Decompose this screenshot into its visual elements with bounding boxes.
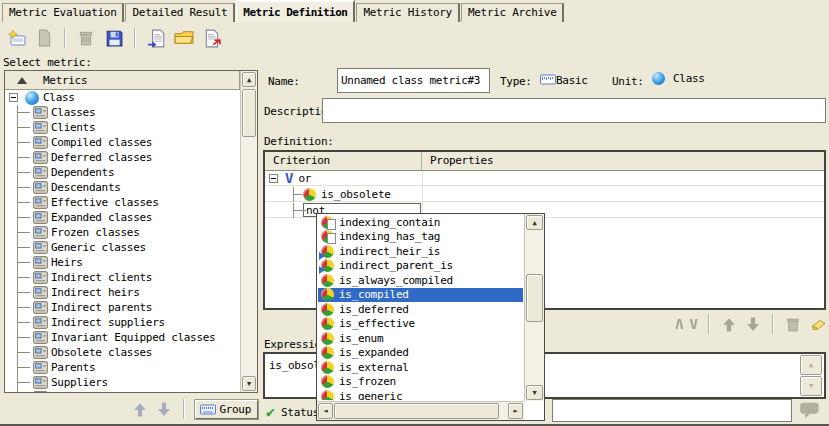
dropdown-scroll-thumb[interactable] (526, 274, 543, 322)
criterion-option[interactable]: is_deferred (318, 302, 523, 317)
collapse-icon[interactable] (9, 93, 18, 102)
scroll-up-icon[interactable]: ▲ (242, 72, 256, 87)
tab[interactable]: Detailed Result (125, 3, 235, 22)
tree-item[interactable]: Indirect heirs (5, 285, 240, 300)
tree-connector (13, 360, 33, 375)
import-metrics-icon[interactable] (144, 26, 168, 50)
name-label: Name: (268, 75, 300, 88)
spin-up-icon[interactable]: ▲ (800, 355, 822, 375)
tree-connector (13, 180, 33, 195)
dropdown-hscroll-thumb[interactable] (334, 403, 499, 419)
criterion-option[interactable]: is_external (318, 360, 523, 375)
criterion-icon (321, 245, 334, 258)
tree-connector (13, 330, 33, 345)
tree-item-label: Clients (51, 121, 95, 134)
group-icon (200, 403, 216, 416)
criterion-option[interactable]: is_compiled (318, 288, 523, 303)
tree-item[interactable]: Indirect parents (5, 300, 240, 315)
metric-icon (33, 241, 48, 254)
description-input[interactable] (322, 98, 826, 123)
dropdown-vertical-scrollbar[interactable]: ▲ ▼ (524, 214, 544, 401)
delete-criterion-icon (784, 316, 802, 333)
tree-item[interactable]: Descendants (5, 180, 240, 195)
tab[interactable]: Metric History (356, 3, 460, 22)
tree-item[interactable]: Dependents (5, 165, 240, 180)
tab[interactable]: Metric Definition (236, 0, 355, 22)
criterion-option[interactable]: is_frozen (318, 375, 523, 390)
criterion-option[interactable]: is_enum (318, 331, 523, 346)
tree-vertical-scrollbar[interactable]: ▲ ▼ (240, 71, 257, 392)
tree-item[interactable]: Frozen classes (5, 225, 240, 240)
tree-item[interactable]: Generic classes (5, 240, 240, 255)
tree-item[interactable]: Indirect clients (5, 270, 240, 285)
metric-icon (33, 286, 48, 299)
criterion-row-or[interactable]: V or (265, 171, 824, 186)
class-unit-icon (652, 72, 665, 85)
delete-metric-icon (74, 26, 98, 50)
spin-down-icon[interactable]: ▼ (800, 376, 822, 396)
scroll-down-icon[interactable]: ▼ (526, 385, 543, 400)
tree-item[interactable]: Suppliers (5, 375, 240, 390)
criterion-option[interactable]: indexing_contain (318, 215, 523, 230)
tree-item[interactable]: Deferred classes (5, 150, 240, 165)
tree-scroll-thumb[interactable] (242, 89, 256, 137)
collapse-icon[interactable] (269, 174, 278, 183)
definition-label: Definition: (264, 135, 334, 148)
tree-item-label: Dependents (51, 166, 114, 179)
metric-icon (33, 226, 48, 239)
tree-item[interactable]: Indirect suppliers (5, 315, 240, 330)
tree-connector (13, 390, 33, 392)
criterion-option[interactable]: is_always_compiled (318, 273, 523, 288)
tree-item[interactable]: Uncompiled classes (5, 390, 240, 392)
metric-tool-window: Metric Evaluation Detailed Result Metric… (0, 0, 829, 426)
criterion-option[interactable]: indirect_heir_is (318, 244, 523, 259)
criterion-icon (321, 346, 334, 359)
metric-icon (33, 196, 48, 209)
tree-item[interactable]: Classes (5, 105, 240, 120)
erase-criterion-icon[interactable] (808, 316, 826, 333)
criterion-option-label: is_expanded (339, 346, 409, 359)
tree-item-label: Heirs (51, 256, 83, 269)
tree-item[interactable]: Invariant Equipped classes (5, 330, 240, 345)
metric-tree-panel: Metrics Class Classes (4, 70, 258, 393)
criterion-option[interactable]: is_effective (318, 317, 523, 332)
criterion-column-header[interactable]: Criterion (265, 152, 422, 170)
tree-item[interactable]: Obsolete classes (5, 345, 240, 360)
tab[interactable]: Metric Evaluation (2, 3, 124, 22)
export-metrics-icon[interactable] (200, 26, 224, 50)
tree-item[interactable]: Effective classes (5, 195, 240, 210)
tree-item[interactable]: Parents (5, 360, 240, 375)
dropdown-horizontal-scrollbar[interactable]: ◄ ► (317, 401, 524, 420)
tree-item[interactable]: Heirs (5, 255, 240, 270)
tree-item[interactable]: Compiled classes (5, 135, 240, 150)
scroll-up-icon[interactable]: ▲ (526, 215, 543, 230)
scroll-left-icon[interactable]: ◄ (318, 403, 333, 419)
criterion-option[interactable]: indirect_parent_is (318, 259, 523, 274)
save-metric-icon[interactable] (102, 26, 126, 50)
criterion-option[interactable]: is_expanded (318, 346, 523, 361)
scroll-right-icon[interactable]: ► (508, 403, 523, 419)
metric-icon (33, 211, 48, 224)
properties-column-header[interactable]: Properties (422, 152, 824, 170)
tree-item-label: Indirect parents (51, 301, 152, 314)
criterion-option-label: indirect_parent_is (339, 259, 453, 272)
class-unit-icon (25, 91, 39, 105)
scroll-down-icon[interactable]: ▼ (242, 376, 256, 391)
name-input[interactable] (337, 68, 490, 93)
status-comment-input[interactable] (552, 399, 792, 422)
tree-root-class[interactable]: Class (5, 90, 240, 105)
new-metric-icon[interactable] (4, 26, 28, 50)
tab[interactable]: Metric Archive (461, 3, 565, 22)
tree-column-header[interactable]: Metrics (5, 71, 240, 90)
metric-icon (33, 256, 48, 269)
tree-item-label: Indirect clients (51, 271, 152, 284)
tree-item[interactable]: Clients (5, 120, 240, 135)
group-button[interactable]: Group (195, 400, 258, 419)
criterion-option[interactable]: is_generic (318, 389, 523, 400)
criterion-option-label: is_always_compiled (339, 274, 453, 287)
tree-item[interactable]: Expanded classes (5, 210, 240, 225)
tree-item-label: Deferred classes (51, 151, 152, 164)
criterion-option[interactable]: indexing_has_tag (318, 230, 523, 245)
criterion-row-is-obsolete[interactable]: is_obsolete (265, 187, 824, 202)
open-metric-file-icon[interactable] (172, 26, 196, 50)
